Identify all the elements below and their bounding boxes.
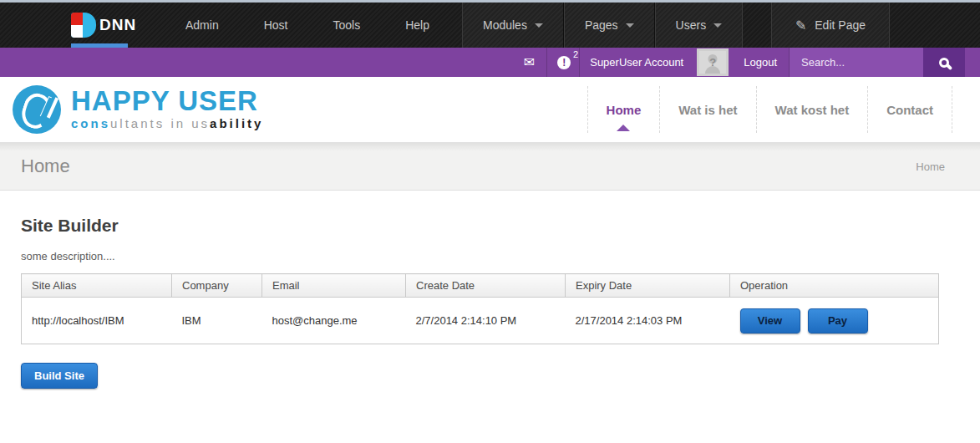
notifications-button[interactable]: ! 2 [547, 48, 579, 77]
module-description: some description.... [21, 250, 959, 262]
nav-item-label: Home [607, 103, 642, 117]
nav-item-label: Wat is het [678, 103, 737, 117]
spacer [965, 48, 980, 77]
cell-operation: View Pay [730, 298, 939, 344]
avatar-placeholder-question: ? [709, 56, 716, 69]
main-content: Site Builder some description.... Site A… [0, 191, 980, 389]
logo-title: HAPPY USER [71, 89, 263, 114]
menu-item-help[interactable]: Help [383, 18, 452, 32]
menu-item-host[interactable]: Host [241, 18, 311, 32]
nav-item-wat-is-het[interactable]: Wat is het [659, 86, 755, 133]
chevron-down-icon [535, 23, 543, 28]
breadcrumb[interactable]: Home [916, 160, 945, 173]
table-row: http://localhost/IBM IBM host@change.me … [22, 298, 939, 344]
dropdown-users[interactable]: Users [655, 3, 744, 48]
messages-button[interactable]: ✉ [512, 48, 546, 77]
menu-item-tools[interactable]: Tools [310, 18, 383, 32]
build-site-button[interactable]: Build Site [21, 363, 98, 389]
nav-item-label: Wat kost het [775, 103, 850, 117]
cell-site-alias: http://localhost/IBM [22, 298, 172, 344]
dropdown-pages[interactable]: Pages [564, 3, 655, 48]
dnn-logo-icon [71, 13, 96, 38]
tagline-part: cons [71, 116, 110, 130]
tagline-part: ultants in us [110, 116, 210, 130]
nav-item-contact[interactable]: Contact [867, 86, 952, 133]
edit-page-label: Edit Page [815, 18, 866, 32]
avatar[interactable]: ? [697, 48, 729, 76]
col-header-create-date: Create Date [406, 274, 566, 298]
nav-item-wat-kost-het[interactable]: Wat kost het [756, 86, 868, 133]
cell-email: host@change.me [262, 298, 406, 344]
breadcrumb-bar: Home Home [0, 143, 980, 191]
module-title: Site Builder [21, 216, 959, 236]
pay-button[interactable]: Pay [808, 308, 868, 334]
nav-item-label: Contact [886, 103, 933, 117]
dropdown-modules[interactable]: Modules [462, 3, 564, 48]
dropdown-modules-label: Modules [483, 18, 527, 32]
user-bar: ✉ ! 2 SuperUser Account ? Logout [0, 48, 980, 77]
logout-link[interactable]: Logout [732, 48, 789, 77]
cell-company: IBM [172, 298, 262, 344]
brand-underline [71, 43, 128, 48]
edit-page-button[interactable]: ✎ Edit Page [771, 3, 890, 48]
search-icon [939, 58, 949, 68]
alert-icon: ! [557, 56, 571, 69]
logo-tagline: consultants in usability [71, 116, 263, 130]
main-nav: Home Wat is het Wat kost het Contact [587, 86, 952, 133]
col-header-expiry-date: Expiry Date [566, 274, 730, 298]
dropdown-pages-label: Pages [585, 18, 618, 32]
dnn-control-bar: DNN update Admin Host Tools Help Modules… [0, 3, 980, 48]
cell-create-date: 2/7/2014 2:14:10 PM [406, 298, 566, 344]
happy-user-logo[interactable]: HAPPY USER consultants in usability [13, 85, 263, 134]
superuser-account-link[interactable]: SuperUser Account [580, 48, 693, 77]
col-header-email: Email [262, 274, 406, 298]
site-header: HAPPY USER consultants in usability Home… [0, 77, 980, 143]
dropdown-users-label: Users [676, 18, 707, 32]
search-input[interactable] [790, 48, 923, 77]
chevron-down-icon [713, 23, 722, 28]
dnn-brand[interactable]: DNN update [71, 3, 140, 48]
notification-count-badge: 2 [573, 49, 578, 59]
page: DNN update Admin Host Tools Help Modules… [0, 0, 980, 443]
col-header-site-alias: Site Alias [22, 274, 172, 298]
pencil-icon: ✎ [795, 18, 806, 33]
view-button[interactable]: View [740, 308, 800, 334]
chevron-down-icon [626, 23, 634, 28]
active-nav-arrow-icon [617, 125, 630, 131]
dnn-logo-text: DNN [99, 16, 136, 34]
menu-item-admin[interactable]: Admin [163, 18, 241, 32]
tagline-part: ability [210, 116, 263, 130]
page-title: Home [21, 155, 70, 177]
sites-table: Site Alias Company Email Create Date Exp… [21, 273, 939, 344]
cell-expiry-date: 2/17/2014 2:14:03 PM [566, 298, 730, 344]
control-dropdowns: Modules Pages Users [462, 3, 743, 48]
envelope-icon: ✉ [524, 54, 535, 70]
col-header-company: Company [172, 274, 262, 298]
table-header-row: Site Alias Company Email Create Date Exp… [22, 274, 939, 298]
nav-item-home[interactable]: Home [587, 86, 660, 133]
happy-user-logo-icon [13, 85, 61, 134]
search-button[interactable] [923, 48, 965, 77]
logo-text-block: HAPPY USER consultants in usability [71, 89, 263, 130]
control-menu: Admin Host Tools Help [163, 3, 452, 48]
col-header-operation: Operation [730, 274, 939, 298]
